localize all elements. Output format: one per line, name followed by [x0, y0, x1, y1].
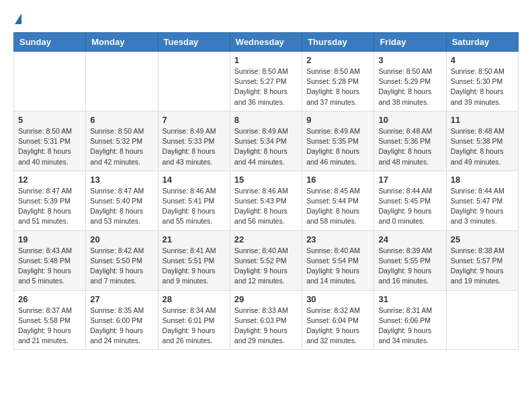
day-info: Sunrise: 8:49 AM Sunset: 5:34 PM Dayligh…: [234, 126, 298, 167]
day-info: Sunrise: 8:33 AM Sunset: 6:03 PM Dayligh…: [234, 306, 298, 347]
day-number: 4: [451, 55, 514, 65]
calendar-cell: [446, 290, 518, 350]
day-number: 21: [163, 234, 226, 244]
day-header-wednesday: Wednesday: [230, 33, 302, 52]
calendar-table: SundayMondayTuesdayWednesdayThursdayFrid…: [13, 32, 519, 350]
day-number: 8: [234, 115, 298, 125]
calendar-cell: 17Sunrise: 8:44 AM Sunset: 5:45 PM Dayli…: [374, 171, 446, 230]
day-info: Sunrise: 8:50 AM Sunset: 5:30 PM Dayligh…: [451, 66, 514, 107]
day-number: 25: [451, 234, 514, 244]
calendar-cell: 3Sunrise: 8:50 AM Sunset: 5:29 PM Daylig…: [374, 52, 446, 111]
calendar-cell: 9Sunrise: 8:49 AM Sunset: 5:35 PM Daylig…: [302, 111, 374, 171]
calendar-cell: 25Sunrise: 8:38 AM Sunset: 5:57 PM Dayli…: [446, 230, 518, 290]
week-row-5: 26Sunrise: 8:37 AM Sunset: 5:58 PM Dayli…: [14, 290, 519, 350]
calendar-cell: 24Sunrise: 8:39 AM Sunset: 5:55 PM Dayli…: [374, 230, 446, 290]
day-info: Sunrise: 8:40 AM Sunset: 5:54 PM Dayligh…: [306, 246, 369, 287]
calendar-cell: 19Sunrise: 8:43 AM Sunset: 5:48 PM Dayli…: [14, 230, 86, 290]
day-header-thursday: Thursday: [302, 33, 374, 52]
day-number: 2: [306, 55, 369, 65]
day-number: 31: [378, 294, 441, 304]
day-number: 15: [234, 175, 298, 185]
logo-triangle-icon: [15, 13, 21, 24]
day-number: 5: [18, 115, 81, 125]
day-header-tuesday: Tuesday: [158, 33, 230, 52]
day-info: Sunrise: 8:49 AM Sunset: 5:33 PM Dayligh…: [163, 126, 226, 167]
calendar-cell: 2Sunrise: 8:50 AM Sunset: 5:28 PM Daylig…: [302, 52, 374, 111]
day-info: Sunrise: 8:40 AM Sunset: 5:52 PM Dayligh…: [234, 246, 298, 287]
day-info: Sunrise: 8:47 AM Sunset: 5:40 PM Dayligh…: [90, 186, 153, 227]
day-header-sunday: Sunday: [14, 33, 86, 52]
day-number: 14: [163, 175, 226, 185]
day-number: 27: [90, 294, 153, 304]
calendar-cell: [158, 52, 230, 111]
day-number: 10: [378, 115, 441, 125]
calendar-cell: 26Sunrise: 8:37 AM Sunset: 5:58 PM Dayli…: [14, 290, 86, 350]
day-number: 24: [378, 234, 441, 244]
day-header-friday: Friday: [374, 33, 446, 52]
calendar-cell: 27Sunrise: 8:35 AM Sunset: 6:00 PM Dayli…: [86, 290, 158, 350]
day-number: 22: [234, 234, 298, 244]
week-row-2: 5Sunrise: 8:50 AM Sunset: 5:31 PM Daylig…: [14, 111, 519, 171]
calendar-cell: [14, 52, 86, 111]
days-header-row: SundayMondayTuesdayWednesdayThursdayFrid…: [14, 33, 519, 52]
day-number: 23: [306, 234, 369, 244]
calendar-cell: 7Sunrise: 8:49 AM Sunset: 5:33 PM Daylig…: [158, 111, 230, 171]
day-info: Sunrise: 8:50 AM Sunset: 5:29 PM Dayligh…: [378, 66, 441, 107]
day-number: 13: [90, 175, 153, 185]
calendar-cell: 5Sunrise: 8:50 AM Sunset: 5:31 PM Daylig…: [14, 111, 86, 171]
day-info: Sunrise: 8:31 AM Sunset: 6:06 PM Dayligh…: [378, 306, 441, 347]
day-number: 26: [18, 294, 81, 304]
day-header-saturday: Saturday: [446, 33, 518, 52]
day-info: Sunrise: 8:35 AM Sunset: 6:00 PM Dayligh…: [90, 306, 153, 347]
day-number: 1: [234, 55, 298, 65]
day-info: Sunrise: 8:37 AM Sunset: 5:58 PM Dayligh…: [18, 306, 81, 347]
day-number: 17: [378, 175, 441, 185]
week-row-4: 19Sunrise: 8:43 AM Sunset: 5:48 PM Dayli…: [14, 230, 519, 290]
day-info: Sunrise: 8:32 AM Sunset: 6:04 PM Dayligh…: [306, 306, 369, 347]
day-info: Sunrise: 8:50 AM Sunset: 5:27 PM Dayligh…: [234, 66, 298, 107]
calendar-cell: 14Sunrise: 8:46 AM Sunset: 5:41 PM Dayli…: [158, 171, 230, 230]
day-info: Sunrise: 8:50 AM Sunset: 5:28 PM Dayligh…: [306, 66, 369, 107]
day-header-monday: Monday: [86, 33, 158, 52]
day-info: Sunrise: 8:34 AM Sunset: 6:01 PM Dayligh…: [163, 306, 226, 347]
day-info: Sunrise: 8:50 AM Sunset: 5:31 PM Dayligh…: [18, 126, 81, 167]
calendar-cell: 30Sunrise: 8:32 AM Sunset: 6:04 PM Dayli…: [302, 290, 374, 350]
calendar-cell: [86, 52, 158, 111]
day-number: 29: [234, 294, 298, 304]
calendar-cell: 28Sunrise: 8:34 AM Sunset: 6:01 PM Dayli…: [158, 290, 230, 350]
calendar-cell: 13Sunrise: 8:47 AM Sunset: 5:40 PM Dayli…: [86, 171, 158, 230]
day-info: Sunrise: 8:45 AM Sunset: 5:44 PM Dayligh…: [306, 186, 369, 227]
day-number: 12: [18, 175, 81, 185]
week-row-3: 12Sunrise: 8:47 AM Sunset: 5:39 PM Dayli…: [14, 171, 519, 230]
day-number: 20: [90, 234, 153, 244]
day-number: 28: [163, 294, 226, 304]
calendar-cell: 15Sunrise: 8:46 AM Sunset: 5:43 PM Dayli…: [230, 171, 302, 230]
calendar-cell: 8Sunrise: 8:49 AM Sunset: 5:34 PM Daylig…: [230, 111, 302, 171]
day-number: 3: [378, 55, 441, 65]
day-info: Sunrise: 8:41 AM Sunset: 5:51 PM Dayligh…: [163, 246, 226, 287]
calendar-cell: 4Sunrise: 8:50 AM Sunset: 5:30 PM Daylig…: [446, 52, 518, 111]
calendar-cell: 31Sunrise: 8:31 AM Sunset: 6:06 PM Dayli…: [374, 290, 446, 350]
day-info: Sunrise: 8:44 AM Sunset: 5:47 PM Dayligh…: [451, 186, 514, 227]
day-number: 30: [306, 294, 369, 304]
day-info: Sunrise: 8:44 AM Sunset: 5:45 PM Dayligh…: [378, 186, 441, 227]
header: [13, 11, 519, 26]
day-info: Sunrise: 8:50 AM Sunset: 5:32 PM Dayligh…: [90, 126, 153, 167]
day-number: 11: [451, 115, 514, 125]
day-number: 16: [306, 175, 369, 185]
day-info: Sunrise: 8:39 AM Sunset: 5:55 PM Dayligh…: [378, 246, 441, 287]
calendar-cell: 22Sunrise: 8:40 AM Sunset: 5:52 PM Dayli…: [230, 230, 302, 290]
calendar-cell: 21Sunrise: 8:41 AM Sunset: 5:51 PM Dayli…: [158, 230, 230, 290]
day-info: Sunrise: 8:48 AM Sunset: 5:38 PM Dayligh…: [451, 126, 514, 167]
day-info: Sunrise: 8:42 AM Sunset: 5:50 PM Dayligh…: [90, 246, 153, 287]
page: SundayMondayTuesdayWednesdayThursdayFrid…: [0, 0, 532, 411]
day-number: 7: [163, 115, 226, 125]
day-number: 18: [451, 175, 514, 185]
calendar-cell: 20Sunrise: 8:42 AM Sunset: 5:50 PM Dayli…: [86, 230, 158, 290]
day-info: Sunrise: 8:38 AM Sunset: 5:57 PM Dayligh…: [451, 246, 514, 287]
logo: [13, 13, 21, 26]
calendar-cell: 12Sunrise: 8:47 AM Sunset: 5:39 PM Dayli…: [14, 171, 86, 230]
day-number: 19: [18, 234, 81, 244]
day-info: Sunrise: 8:48 AM Sunset: 5:36 PM Dayligh…: [378, 126, 441, 167]
day-number: 9: [306, 115, 369, 125]
